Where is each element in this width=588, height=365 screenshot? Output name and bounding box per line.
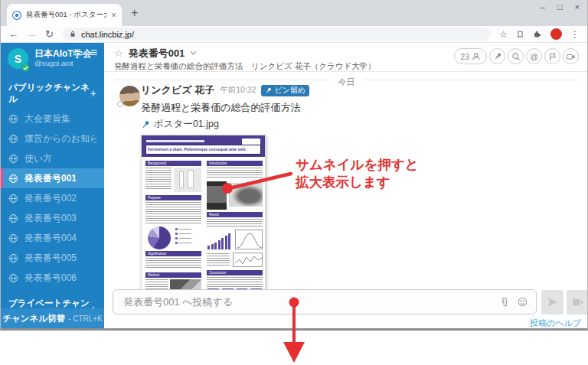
search-icon [511,52,521,61]
attach-file-button[interactable] [500,297,510,308]
browser-window: 発表番号001 - ポスター大会 × + – □ × ← → ↻ chat.li… [0,0,588,331]
profile-avatar[interactable] [550,28,562,40]
poster-text-block [207,168,263,179]
sidebar-item-channel-3-active[interactable]: 発表番号001 [1,168,104,188]
globe-icon [8,253,18,263]
poster-section-background: Background [145,161,201,166]
pinned-badge-label: ピン留め [274,85,305,96]
attachment-pin-icon [141,120,150,129]
tab-close-icon[interactable]: × [111,11,116,20]
favorite-star-icon[interactable]: ☆ [114,47,123,59]
channel-name[interactable]: 発表番号001 [129,47,185,60]
tab-title: 発表番号001 - ポスター大会 [26,10,106,20]
search-button[interactable] [508,48,524,64]
reading-list-icon[interactable] [516,30,524,39]
poster-section-significance: Significance [145,251,201,256]
message-input[interactable] [122,295,492,308]
mentions-button[interactable]: @ [526,48,542,64]
poster-section-introduction: Introduction [207,161,263,166]
attachment-row[interactable]: ポスター01.jpg [141,118,581,131]
message-author[interactable]: リンクビズ 花子 [141,83,214,97]
send-button[interactable] [541,290,564,314]
sidebar-item-channel-7[interactable]: 発表番号005 [1,248,104,268]
minimize-button[interactable]: – [541,2,545,11]
message-text: 発酵過程と栄養価の総合的評価方法 [141,101,581,115]
extensions-puzzle-icon[interactable] [533,30,542,39]
browser-menu-icon[interactable]: ⋮ [570,29,580,40]
section-label: パブリックチャンネル [8,82,90,105]
channel-label: 発表番号004 [24,232,77,245]
channel-switcher-button[interactable]: チャンネル切替 - CTRL+K [1,308,104,328]
new-tab-button[interactable]: + [131,6,138,20]
globe-icon [8,213,18,223]
channel-header: ☆ 発表番号001 発酵過程と栄養価の総合的評価方法 リンクビズ 花子（クラウド… [104,43,587,72]
switcher-shortcut: - CTRL+K [68,314,103,323]
add-public-channel-button[interactable]: + [90,87,96,99]
flagged-posts-button[interactable] [544,48,560,64]
forward-button[interactable]: → [27,29,37,39]
site-favicon-icon [12,11,21,20]
pinned-badge[interactable]: ピン留め [261,85,309,96]
send-icon [547,297,558,308]
message-timestamp: 午前10:32 [220,85,256,96]
post-help-link[interactable]: 投稿のヘルプ [530,318,581,328]
poster-thumbnail[interactable]: Fermentum a diam. Pellentesque consequat… [141,135,266,297]
channel-label: 発表番号005 [24,252,77,265]
channel-label: 運営からのお知らせ [24,132,96,145]
channel-label: 使い方 [24,152,52,165]
address-bar[interactable]: chat.lincbiz.jp/ [62,28,491,41]
attachment-filename[interactable]: ポスター01.jpg [154,118,219,131]
poster-section-method: Method [145,272,201,278]
browser-tab[interactable]: 発表番号001 - ポスター大会 × [7,4,122,26]
sidebar-item-channel-5[interactable]: 発表番号003 [1,208,104,228]
sidebar-item-channel-4[interactable]: 発表番号002 [1,188,104,208]
poster-curve-chart [235,230,263,249]
poster-line-chart [233,253,263,267]
flag-icon [548,52,557,61]
sidebar-item-channel-8[interactable]: 発表番号006 [1,268,104,288]
sidebar-item-channel-0[interactable]: 大会要旨集 [1,109,104,129]
annotation-note: サムネイルを押すと 拡大表示します [296,156,419,191]
reload-button[interactable]: ↻ [45,29,54,39]
message-composer[interactable] [113,289,537,314]
channel-sidebar: S 日本AIoT学会 @sugoi.aiot ≡ パブリックチャンネル + 大会… [1,43,104,328]
globe-icon [8,233,18,243]
globe-icon [8,154,18,164]
poster-text-block [145,168,172,191]
sidebar-item-channel-1[interactable]: 運営からのお知らせ [1,129,104,148]
sidebar-item-channel-6[interactable]: 発表番号004 [1,228,104,248]
sidebar-menu-icon[interactable]: ≡ [90,46,97,60]
browser-titlebar: 発表番号001 - ポスター大会 × + – □ × [1,0,587,26]
globe-icon [8,273,18,283]
close-button[interactable]: × [575,2,580,11]
globe-icon [8,134,18,144]
poster-conference-line [146,140,204,142]
emoji-button[interactable] [518,297,528,307]
presence-indicator [117,101,123,107]
member-count-button[interactable]: 23 [454,48,487,64]
chevron-down-icon[interactable] [190,51,197,56]
team-header[interactable]: S 日本AIoT学会 @sugoi.aiot ≡ [1,43,104,77]
channel-topic: 発酵過程と栄養価の総合的評価方法 リンクビズ 花子（クラウド大学） [114,61,451,72]
url-text: chat.lincbiz.jp/ [81,30,134,39]
poster-title: Fermentum a diam. Pellentesque consequat… [145,145,261,155]
poster-bar-chart [207,230,232,249]
header-actions: 23 @ [454,48,579,64]
maximize-button[interactable]: □ [557,2,563,11]
camera-icon [566,52,576,61]
poster-text-block [207,277,263,287]
pinned-posts-button[interactable] [489,48,505,64]
video-call-button[interactable] [563,48,579,64]
scroll-arrow-head [283,342,305,363]
add-direct-message-button[interactable]: + [90,341,96,354]
back-button[interactable]: ← [8,29,18,39]
channel-label: 発表番号001 [24,172,77,185]
poster-text-block [207,219,263,227]
member-count: 23 [460,52,469,61]
poster-photo-hand [229,183,263,207]
bookmark-star-icon[interactable]: ☆ [499,29,508,40]
channel-label: 発表番号002 [24,192,77,205]
switcher-label: チャンネル切替 [2,313,65,324]
broadcast-button[interactable] [567,290,587,314]
sidebar-item-channel-2[interactable]: 使い方 [1,148,104,168]
